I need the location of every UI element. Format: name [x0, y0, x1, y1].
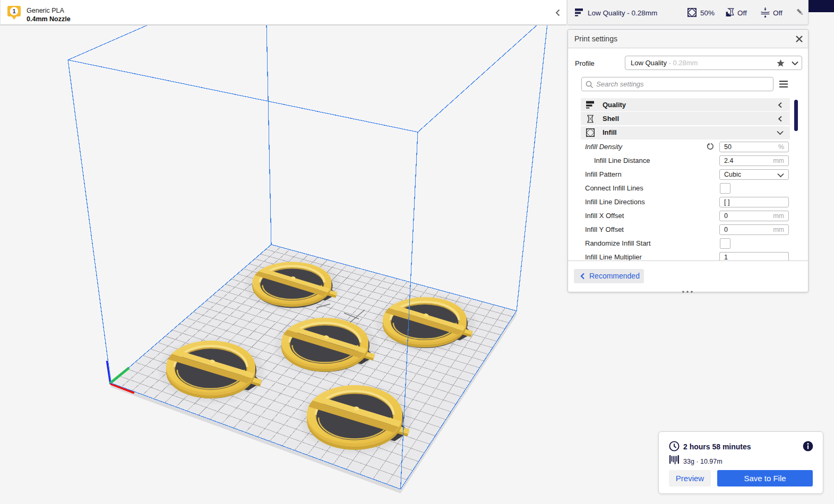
svg-text:1: 1 — [12, 8, 15, 14]
